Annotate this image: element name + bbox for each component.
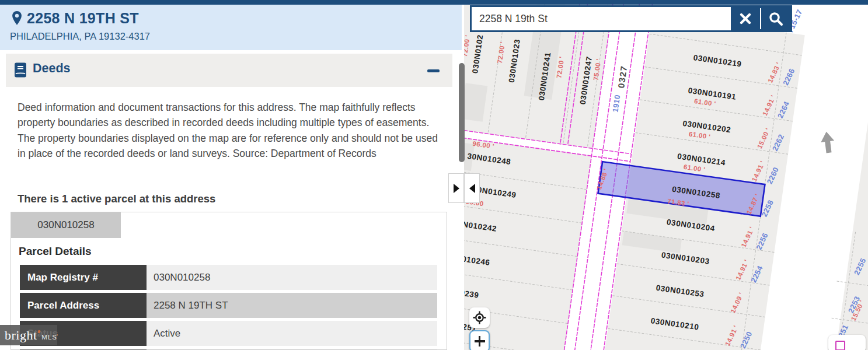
row-label: Parcel Address (20, 293, 147, 318)
map-search-bar (470, 5, 792, 32)
table-row: Parcel Address2258 N 19TH ST (20, 293, 437, 318)
search-icon (768, 11, 783, 26)
panel-scrollbar[interactable] (459, 63, 465, 162)
panel-toggle-buttons (448, 173, 480, 203)
watermark-spark-icon (37, 330, 40, 334)
deeds-section-title: Deeds (33, 61, 71, 76)
chevron-left-icon (469, 184, 475, 193)
map-pin-icon (12, 10, 22, 29)
map-canvas: 030N01021914.83 '2266030N01019161.00 '14… (464, 0, 868, 350)
locate-me-button[interactable] (469, 307, 490, 328)
row-value: 030N010258 (147, 265, 437, 290)
parcel-details-title: Parcel Details (19, 245, 92, 258)
row-label: Map Registry # (20, 265, 147, 290)
close-icon (739, 12, 752, 25)
search-button[interactable] (761, 7, 790, 30)
zoom-in-button[interactable] (469, 330, 490, 350)
brand-watermark: bright MLS (0, 325, 57, 345)
expand-panel-button[interactable] (448, 173, 464, 203)
watermark-suffix: MLS (41, 334, 57, 341)
parcel-details-container: 030N010258 Parcel Details Map Registry #… (11, 212, 447, 350)
page-subtitle: PHILADELPHIA, PA 19132-4317 (10, 31, 150, 42)
table-row: Map Registry #030N010258 (20, 265, 437, 290)
overview-square-icon (835, 341, 845, 350)
table-row: StatusActive (20, 321, 437, 346)
active-parcel-note: There is 1 active parcel at this address (18, 192, 215, 205)
book-icon (13, 62, 28, 80)
deeds-description: Deed information and document transactio… (18, 100, 439, 162)
page-title: 2258 N 19TH ST (27, 10, 139, 27)
row-value: Active (147, 321, 437, 346)
chevron-right-icon (454, 184, 459, 193)
parcel-tab[interactable]: 030N010258 (11, 212, 121, 238)
map-overview-button[interactable] (828, 335, 866, 350)
watermark-brand: bright (5, 328, 37, 343)
minus-icon (427, 69, 440, 72)
collapse-panel-button[interactable] (464, 173, 480, 203)
clear-search-button[interactable] (731, 7, 760, 30)
locate-icon (472, 310, 487, 325)
collapse-section-button[interactable] (424, 64, 443, 77)
plus-icon (475, 336, 485, 346)
top-accent-bar (0, 0, 868, 5)
search-input[interactable] (472, 7, 731, 30)
parcel-map[interactable]: 030N01021914.83 '2266030N01019161.00 '14… (464, 0, 868, 350)
deeds-section-header[interactable]: Deeds (6, 54, 452, 87)
address-header: 2258 N 19TH ST PHILADELPHIA, PA 19132-43… (0, 5, 462, 50)
parcel-details-table: Map Registry #030N010258Parcel Address22… (20, 265, 437, 350)
row-value: 2258 N 19TH ST (147, 293, 437, 318)
property-panel: 2258 N 19TH ST PHILADELPHIA, PA 19132-43… (0, 5, 462, 350)
